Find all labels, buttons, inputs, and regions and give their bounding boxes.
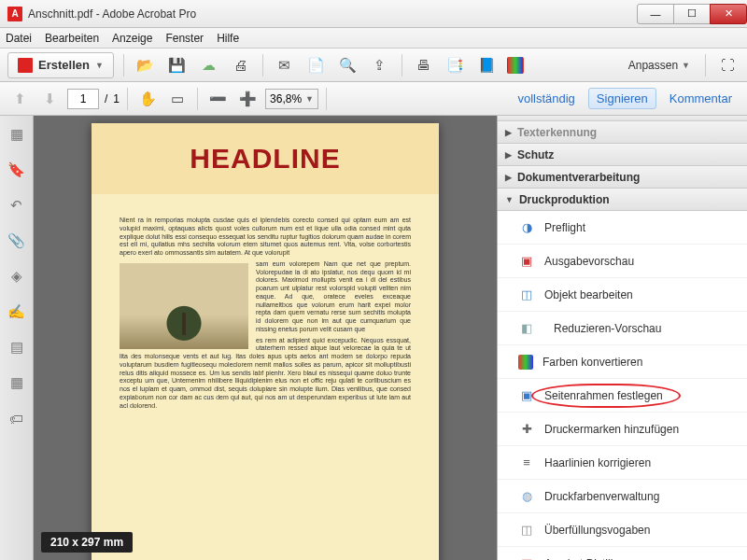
page-size-badge: 210 x 297 mm [41, 532, 133, 553]
separator [197, 88, 198, 110]
select-icon[interactable]: ▭ [165, 87, 190, 111]
section-label: Druckproduktion [519, 193, 610, 206]
section-docproc[interactable]: ▶Dokumentverarbeitung [498, 166, 747, 189]
minimize-button[interactable]: — [637, 4, 674, 24]
menu-edit[interactable]: Bearbeiten [45, 32, 99, 45]
arrow-down-icon: ▼ [505, 195, 514, 204]
tool-label: Objekt bearbeiten [544, 288, 633, 301]
menu-view[interactable]: Anzeige [112, 32, 152, 45]
tool-fix-hairlines[interactable]: ≡Haarlinien korrigieren [498, 446, 747, 480]
cloud-icon[interactable]: ☁ [197, 53, 221, 77]
customize-button[interactable]: Anpassen ▼ [623, 53, 696, 77]
maximize-button[interactable]: ☐ [673, 4, 711, 24]
tool-label: Acrobat Distiller [544, 557, 623, 561]
article-icon[interactable]: ▦ [7, 373, 26, 392]
tool2-icon[interactable]: 📑 [444, 53, 468, 77]
distiller-icon: ▣ [518, 555, 535, 561]
trap-icon: ◫ [518, 522, 535, 539]
arrow-right-icon: ▶ [505, 173, 512, 182]
tool-label: Haarlinien korrigieren [544, 456, 651, 469]
tool-output-preview[interactable]: ▣Ausgabevorschau [498, 245, 747, 278]
layers-icon[interactable]: ◈ [7, 267, 26, 286]
tag-icon[interactable]: 🏷 [7, 409, 26, 427]
link-comment[interactable]: Kommentar [662, 91, 740, 105]
edit-object-icon: ◫ [518, 287, 535, 303]
tool-preflight[interactable]: ◑Preflight [498, 211, 747, 245]
app-icon: A [7, 7, 22, 21]
save-icon[interactable]: 💾 [165, 53, 190, 77]
menu-window[interactable]: Fenster [165, 32, 204, 45]
page-number-input[interactable] [67, 89, 99, 109]
scan-icon[interactable]: 🔍 [336, 53, 360, 77]
tool1-icon[interactable]: 🖶 [412, 53, 436, 77]
customize-label: Anpassen [628, 59, 678, 72]
page-up-icon[interactable]: ⬆ [7, 87, 32, 111]
undo-icon[interactable]: ↶ [7, 196, 26, 215]
section-security[interactable]: ▶Schutz [498, 144, 747, 166]
tool-label: Seitenrahmen festlegen [544, 389, 663, 402]
zoom-in-icon[interactable]: ➕ [235, 87, 260, 111]
open-icon[interactable]: 📂 [134, 53, 158, 77]
link-full[interactable]: vollständig [510, 91, 582, 105]
page-total: 1 [113, 92, 120, 105]
chevron-down-icon: ▼ [682, 61, 690, 70]
separator [127, 88, 128, 110]
pages-icon[interactable]: ▤ [7, 338, 26, 357]
separator [123, 54, 124, 77]
zoom-out-icon[interactable]: ➖ [205, 87, 230, 111]
section-label: Schutz [517, 148, 554, 161]
section-ocr[interactable]: ▶Texterkennung [498, 121, 747, 144]
page-box-icon: ▣ [518, 387, 535, 404]
thumbnails-icon[interactable]: ▦ [7, 125, 26, 144]
mail-icon[interactable]: ✉ [273, 53, 297, 77]
tool-flatten-preview[interactable]: ◧Reduzieren-Vorschau [498, 312, 747, 345]
tool-label: Ausgabevorschau [544, 255, 634, 268]
hand-icon[interactable]: ✋ [135, 87, 160, 111]
tool-label: Farben konvertieren [543, 356, 642, 369]
menu-help[interactable]: Hilfe [217, 32, 239, 45]
tool-ink-manager[interactable]: ◍Druckfarbenverwaltung [498, 480, 747, 513]
tool-convert-colors[interactable]: Farben konvertieren [498, 345, 747, 379]
document-view[interactable]: HEADLINE Nient ra in remporias molupta c… [34, 116, 497, 560]
separator [262, 54, 263, 77]
menubar: Datei Bearbeiten Anzeige Fenster Hilfe [0, 28, 747, 49]
signature-icon[interactable]: ✍ [7, 302, 26, 321]
close-button[interactable]: ✕ [710, 4, 747, 24]
link-sign[interactable]: Signieren [588, 88, 656, 109]
window-buttons: — ☐ ✕ [638, 4, 747, 24]
hairline-icon: ≡ [518, 455, 535, 471]
tool-edit-object[interactable]: ◫Objekt bearbeiten [498, 278, 747, 312]
attachment-icon[interactable]: 📎 [7, 231, 26, 250]
tool-trap-presets[interactable]: ◫Überfüllungsvogaben [498, 513, 747, 547]
tool-label: Preflight [544, 221, 585, 234]
zoom-select[interactable]: 36,8% ▼ [265, 89, 318, 109]
fullscreen-icon[interactable]: ⛶ [715, 53, 740, 77]
page-down-icon[interactable]: ⬇ [37, 87, 62, 111]
colors-icon [518, 355, 533, 370]
color-icon[interactable] [507, 57, 524, 74]
page-sep: / [105, 92, 107, 105]
toolbar-nav: ⬆ ⬇ / 1 ✋ ▭ ➖ ➕ 36,8% ▼ vollständig Sign… [0, 82, 747, 116]
section-printprod[interactable]: ▼Druckproduktion [498, 189, 747, 211]
create-icon [18, 58, 33, 73]
ink-icon: ◍ [518, 488, 535, 505]
tool-distiller[interactable]: ▣Acrobat Distiller [498, 547, 747, 560]
bookmark-icon[interactable]: 🔖 [7, 161, 26, 179]
zoom-value: 36,8% [270, 92, 302, 105]
create-button[interactable]: Erstellen ▼ [7, 52, 114, 78]
page-icon[interactable]: 📄 [304, 53, 329, 77]
tool-set-page-boxes[interactable]: ▣Seitenrahmen festlegen [498, 379, 747, 413]
marks-icon: ✚ [518, 421, 535, 438]
preflight-icon: ◑ [518, 219, 535, 236]
export-icon[interactable]: ⇪ [368, 53, 392, 77]
headline: HEADLINE [190, 143, 340, 175]
chevron-down-icon: ▼ [305, 94, 314, 104]
print-icon[interactable]: 🖨 [229, 53, 253, 77]
menu-file[interactable]: Datei [6, 32, 32, 45]
tool-label: Überfüllungsvogaben [544, 524, 650, 537]
flatten-icon: ◧ [518, 320, 535, 337]
tool3-icon[interactable]: 📘 [475, 53, 500, 77]
tool-printer-marks[interactable]: ✚Druckermarken hinzufügen [498, 413, 747, 446]
left-rail: ▦ 🔖 ↶ 📎 ◈ ✍ ▤ ▦ 🏷 [0, 116, 34, 560]
tool-label: Druckfarbenverwaltung [544, 490, 659, 503]
